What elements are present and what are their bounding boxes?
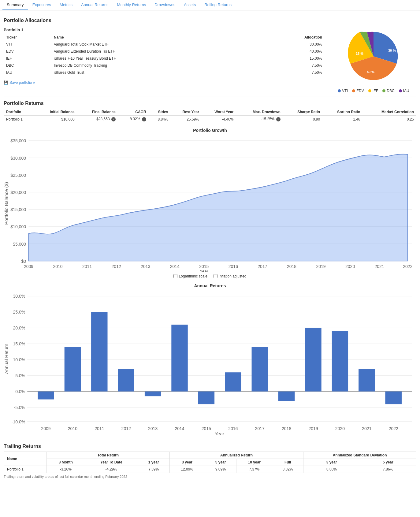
- svg-text:2021: 2021: [375, 264, 384, 269]
- trailing-col-3yr: 3 year: [169, 459, 205, 466]
- svg-text:2016: 2016: [228, 426, 238, 431]
- logarithmic-scale-checkbox[interactable]: [173, 274, 177, 278]
- alloc-row: VTI Vanguard Total Stock Market ETF 30.0…: [4, 41, 325, 48]
- save-portfolio-link[interactable]: 💾 Save portfolio »: [4, 80, 35, 85]
- svg-text:$35,000: $35,000: [10, 138, 26, 143]
- divider-1: [4, 96, 416, 96]
- growth-chart-title: Portfolio Growth: [4, 128, 416, 133]
- ret-col-worst: Worst Year: [202, 109, 236, 116]
- svg-text:2013: 2013: [141, 264, 150, 269]
- bar-2021: [359, 369, 375, 391]
- svg-text:2010: 2010: [53, 264, 62, 269]
- ret-final-balance: $28,653 i: [77, 116, 118, 123]
- ret-sortino: 1.46: [322, 116, 362, 123]
- alloc-name: Invesco DB Commodity Tracking: [51, 62, 255, 69]
- ret-col-portfolio: Portfolio: [4, 109, 35, 116]
- legend-dot-edv: [352, 89, 355, 92]
- bar-2009: [38, 391, 54, 399]
- svg-text:-10.0%: -10.0%: [12, 419, 25, 424]
- svg-text:2015: 2015: [202, 426, 211, 431]
- save-icon: 💾: [4, 80, 8, 85]
- ret-col-sortino: Sortino Ratio: [322, 109, 362, 116]
- trailing-ann-5yr: 9.09%: [205, 466, 236, 473]
- alloc-ticker: IAU: [4, 69, 51, 76]
- col-name: Name: [51, 34, 255, 41]
- pie-label-vti: 30 %: [388, 49, 396, 52]
- logarithmic-scale-label[interactable]: Logarithmic scale: [173, 274, 207, 278]
- pie-label-edv: 40 %: [367, 70, 374, 74]
- svg-text:2012: 2012: [112, 264, 121, 269]
- trailing-3mo: -3.26%: [46, 466, 85, 473]
- inflation-adjusted-checkbox[interactable]: [214, 274, 217, 278]
- save-portfolio-text: Save portfolio »: [9, 80, 35, 85]
- portfolio-returns-title: Portfolio Returns: [4, 101, 416, 106]
- tab-exposures[interactable]: Exposures: [28, 0, 55, 10]
- trailing-col-5yr: 5 year: [205, 459, 236, 466]
- tab-summary[interactable]: Summary: [2, 0, 28, 10]
- trailing-col-10yr: 10 year: [236, 459, 272, 466]
- trailing-group-total-return: Total Return: [46, 452, 169, 459]
- ret-stdev: 8.84%: [149, 116, 171, 123]
- pie-legend: VTI EDV IEF DBC IAU: [338, 89, 409, 93]
- svg-text:2016: 2016: [229, 264, 238, 269]
- pie-chart-wrap: 30 % 40 % 15 % VTI EDV IEF: [331, 26, 416, 93]
- svg-text:Annual Return: Annual Return: [4, 344, 9, 374]
- tab-monthly-returns[interactable]: Monthly Returns: [113, 0, 151, 10]
- svg-text:2009: 2009: [41, 426, 50, 431]
- inflation-adjusted-label[interactable]: Inflation adjusted: [214, 274, 247, 278]
- ret-col-mktcorr: Market Correlation: [362, 109, 416, 116]
- bar-2015: [198, 391, 214, 404]
- info-icon-drawdown[interactable]: i: [276, 117, 281, 121]
- ret-col-sharpe: Sharpe Ratio: [283, 109, 322, 116]
- trailing-ytd: -4.29%: [85, 466, 138, 473]
- legend-label-dbc: DBC: [387, 89, 394, 93]
- svg-text:$0: $0: [21, 259, 26, 264]
- svg-text:Year: Year: [200, 269, 209, 272]
- alloc-ticker: DBC: [4, 62, 51, 69]
- allocations-section: Portfolio 1 Ticker Name Allocation VTI V…: [4, 26, 416, 93]
- ret-initial-balance: $10,000: [35, 116, 77, 123]
- info-icon-cagr[interactable]: i: [142, 117, 146, 121]
- svg-text:2014: 2014: [170, 264, 180, 269]
- legend-label-vti: VTI: [342, 89, 348, 93]
- ret-col-best: Best Year: [171, 109, 202, 116]
- alloc-allocation: 7.50%: [255, 69, 325, 76]
- ret-col-stdev: Stdev: [149, 109, 171, 116]
- ret-col-cagr: CAGR: [118, 109, 149, 116]
- legend-dot-vti: [338, 89, 341, 92]
- trailing-returns-title: Trailing Returns: [4, 444, 416, 449]
- tab-list: Summary Exposures Metrics Annual Returns…: [0, 0, 420, 10]
- alloc-name: Vanguard Total Stock Market ETF: [51, 41, 255, 48]
- trailing-ann-full: 8.32%: [272, 466, 303, 473]
- tab-metrics[interactable]: Metrics: [55, 0, 77, 10]
- trailing-note: Trailing return and volatility are as of…: [4, 475, 416, 478]
- tab-drawdowns[interactable]: Drawdowns: [150, 0, 180, 10]
- svg-text:$15,000: $15,000: [10, 207, 26, 212]
- svg-text:$5,000: $5,000: [13, 242, 26, 247]
- ret-best-year: 25.59%: [171, 116, 202, 123]
- svg-text:2011: 2011: [95, 426, 104, 431]
- ret-sharpe: 0.90: [283, 116, 322, 123]
- annual-returns-chart-svg: 30.0% 25.0% 20.0% 15.0% 10.0% 5.0% 0.0% …: [4, 290, 416, 436]
- legend-label-iau: IAU: [403, 89, 409, 93]
- tabs-bar: Summary Exposures Metrics Annual Returns…: [0, 0, 420, 10]
- ret-col-final: Final Balance: [77, 109, 118, 116]
- ret-mktcorr: 0.25: [362, 116, 416, 123]
- tab-rolling-returns[interactable]: Rolling Returns: [200, 0, 236, 10]
- tab-annual-returns[interactable]: Annual Returns: [77, 0, 113, 10]
- svg-text:2017: 2017: [255, 426, 265, 431]
- alloc-allocation: 15.00%: [255, 55, 325, 62]
- bar-2010: [65, 347, 81, 392]
- svg-text:2020: 2020: [345, 264, 355, 269]
- alloc-row: IAU iShares Gold Trust 7.50%: [4, 69, 325, 76]
- alloc-name: iShares Gold Trust: [51, 69, 255, 76]
- tab-assets[interactable]: Assets: [180, 0, 200, 10]
- alloc-ticker: EDV: [4, 48, 51, 55]
- trailing-portfolio-name: Portfolio 1: [4, 466, 47, 473]
- info-icon-final[interactable]: i: [111, 117, 116, 121]
- inflation-adjusted-text: Inflation adjusted: [219, 274, 247, 278]
- svg-text:2019: 2019: [308, 426, 318, 431]
- trailing-std-3yr: 8.80%: [303, 466, 360, 473]
- bar-2022: [385, 391, 402, 404]
- ret-worst-year: -4.46%: [202, 116, 236, 123]
